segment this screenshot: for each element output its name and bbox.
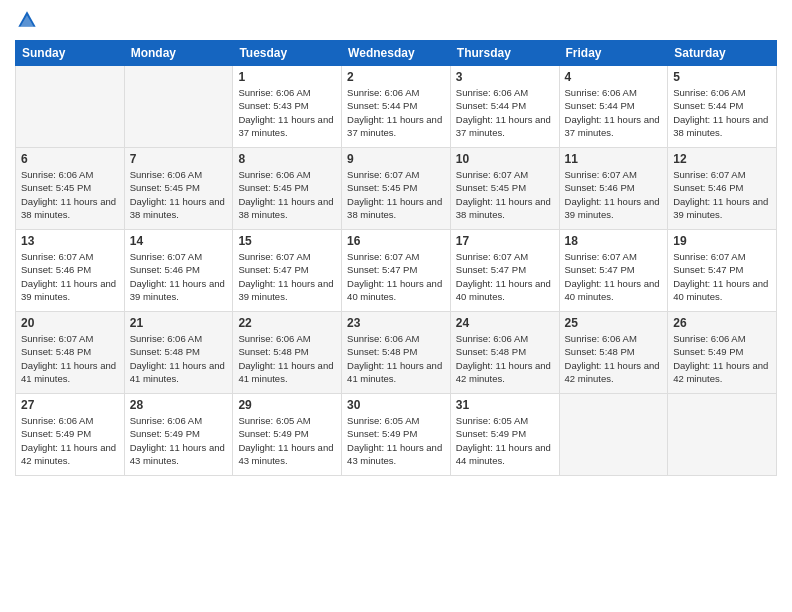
calendar-cell: 3Sunrise: 6:06 AM Sunset: 5:44 PM Daylig…: [450, 66, 559, 148]
day-number: 12: [673, 152, 771, 166]
calendar-cell: 4Sunrise: 6:06 AM Sunset: 5:44 PM Daylig…: [559, 66, 668, 148]
day-content: Sunrise: 6:06 AM Sunset: 5:44 PM Dayligh…: [673, 86, 771, 139]
calendar-cell: 12Sunrise: 6:07 AM Sunset: 5:46 PM Dayli…: [668, 148, 777, 230]
day-content: Sunrise: 6:07 AM Sunset: 5:48 PM Dayligh…: [21, 332, 119, 385]
calendar-cell: 19Sunrise: 6:07 AM Sunset: 5:47 PM Dayli…: [668, 230, 777, 312]
calendar-cell: [559, 394, 668, 476]
calendar-cell: 25Sunrise: 6:06 AM Sunset: 5:48 PM Dayli…: [559, 312, 668, 394]
day-content: Sunrise: 6:07 AM Sunset: 5:47 PM Dayligh…: [456, 250, 554, 303]
calendar-cell: 29Sunrise: 6:05 AM Sunset: 5:49 PM Dayli…: [233, 394, 342, 476]
calendar-week-row: 20Sunrise: 6:07 AM Sunset: 5:48 PM Dayli…: [16, 312, 777, 394]
day-number: 23: [347, 316, 445, 330]
calendar-header-row: SundayMondayTuesdayWednesdayThursdayFrid…: [16, 41, 777, 66]
calendar-cell: 24Sunrise: 6:06 AM Sunset: 5:48 PM Dayli…: [450, 312, 559, 394]
day-content: Sunrise: 6:07 AM Sunset: 5:46 PM Dayligh…: [565, 168, 663, 221]
day-content: Sunrise: 6:07 AM Sunset: 5:47 PM Dayligh…: [347, 250, 445, 303]
day-content: Sunrise: 6:05 AM Sunset: 5:49 PM Dayligh…: [347, 414, 445, 467]
calendar-cell: 11Sunrise: 6:07 AM Sunset: 5:46 PM Dayli…: [559, 148, 668, 230]
day-number: 8: [238, 152, 336, 166]
day-number: 13: [21, 234, 119, 248]
day-content: Sunrise: 6:07 AM Sunset: 5:47 PM Dayligh…: [565, 250, 663, 303]
day-content: Sunrise: 6:06 AM Sunset: 5:45 PM Dayligh…: [21, 168, 119, 221]
calendar-header-cell: Tuesday: [233, 41, 342, 66]
calendar-cell: [124, 66, 233, 148]
day-number: 2: [347, 70, 445, 84]
calendar-week-row: 13Sunrise: 6:07 AM Sunset: 5:46 PM Dayli…: [16, 230, 777, 312]
calendar-cell: 20Sunrise: 6:07 AM Sunset: 5:48 PM Dayli…: [16, 312, 125, 394]
day-number: 21: [130, 316, 228, 330]
day-number: 5: [673, 70, 771, 84]
day-content: Sunrise: 6:06 AM Sunset: 5:48 PM Dayligh…: [238, 332, 336, 385]
day-number: 3: [456, 70, 554, 84]
day-content: Sunrise: 6:07 AM Sunset: 5:46 PM Dayligh…: [130, 250, 228, 303]
day-content: Sunrise: 6:07 AM Sunset: 5:46 PM Dayligh…: [21, 250, 119, 303]
calendar-cell: 1Sunrise: 6:06 AM Sunset: 5:43 PM Daylig…: [233, 66, 342, 148]
day-content: Sunrise: 6:06 AM Sunset: 5:45 PM Dayligh…: [130, 168, 228, 221]
calendar-cell: 27Sunrise: 6:06 AM Sunset: 5:49 PM Dayli…: [16, 394, 125, 476]
calendar-cell: [16, 66, 125, 148]
calendar-cell: 23Sunrise: 6:06 AM Sunset: 5:48 PM Dayli…: [342, 312, 451, 394]
calendar-cell: 17Sunrise: 6:07 AM Sunset: 5:47 PM Dayli…: [450, 230, 559, 312]
day-number: 6: [21, 152, 119, 166]
calendar-cell: [668, 394, 777, 476]
calendar-header-cell: Monday: [124, 41, 233, 66]
day-number: 17: [456, 234, 554, 248]
day-number: 24: [456, 316, 554, 330]
calendar-cell: 26Sunrise: 6:06 AM Sunset: 5:49 PM Dayli…: [668, 312, 777, 394]
day-number: 22: [238, 316, 336, 330]
calendar-header-cell: Friday: [559, 41, 668, 66]
calendar-cell: 16Sunrise: 6:07 AM Sunset: 5:47 PM Dayli…: [342, 230, 451, 312]
calendar-cell: 7Sunrise: 6:06 AM Sunset: 5:45 PM Daylig…: [124, 148, 233, 230]
calendar-cell: 30Sunrise: 6:05 AM Sunset: 5:49 PM Dayli…: [342, 394, 451, 476]
day-content: Sunrise: 6:06 AM Sunset: 5:48 PM Dayligh…: [456, 332, 554, 385]
calendar-header-cell: Wednesday: [342, 41, 451, 66]
day-content: Sunrise: 6:06 AM Sunset: 5:44 PM Dayligh…: [456, 86, 554, 139]
day-content: Sunrise: 6:07 AM Sunset: 5:47 PM Dayligh…: [673, 250, 771, 303]
calendar-header-cell: Saturday: [668, 41, 777, 66]
day-content: Sunrise: 6:07 AM Sunset: 5:45 PM Dayligh…: [347, 168, 445, 221]
calendar-cell: 15Sunrise: 6:07 AM Sunset: 5:47 PM Dayli…: [233, 230, 342, 312]
day-number: 7: [130, 152, 228, 166]
calendar-body: 1Sunrise: 6:06 AM Sunset: 5:43 PM Daylig…: [16, 66, 777, 476]
day-content: Sunrise: 6:06 AM Sunset: 5:49 PM Dayligh…: [21, 414, 119, 467]
calendar-cell: 21Sunrise: 6:06 AM Sunset: 5:48 PM Dayli…: [124, 312, 233, 394]
day-content: Sunrise: 6:05 AM Sunset: 5:49 PM Dayligh…: [456, 414, 554, 467]
day-content: Sunrise: 6:06 AM Sunset: 5:48 PM Dayligh…: [347, 332, 445, 385]
day-number: 27: [21, 398, 119, 412]
header: [15, 10, 777, 32]
day-number: 1: [238, 70, 336, 84]
day-number: 30: [347, 398, 445, 412]
calendar-cell: 5Sunrise: 6:06 AM Sunset: 5:44 PM Daylig…: [668, 66, 777, 148]
day-number: 16: [347, 234, 445, 248]
day-number: 31: [456, 398, 554, 412]
day-number: 4: [565, 70, 663, 84]
calendar-cell: 28Sunrise: 6:06 AM Sunset: 5:49 PM Dayli…: [124, 394, 233, 476]
day-number: 29: [238, 398, 336, 412]
day-content: Sunrise: 6:05 AM Sunset: 5:49 PM Dayligh…: [238, 414, 336, 467]
calendar-week-row: 27Sunrise: 6:06 AM Sunset: 5:49 PM Dayli…: [16, 394, 777, 476]
day-number: 11: [565, 152, 663, 166]
calendar-cell: 10Sunrise: 6:07 AM Sunset: 5:45 PM Dayli…: [450, 148, 559, 230]
calendar-table: SundayMondayTuesdayWednesdayThursdayFrid…: [15, 40, 777, 476]
calendar-cell: 18Sunrise: 6:07 AM Sunset: 5:47 PM Dayli…: [559, 230, 668, 312]
calendar-cell: 8Sunrise: 6:06 AM Sunset: 5:45 PM Daylig…: [233, 148, 342, 230]
day-content: Sunrise: 6:07 AM Sunset: 5:47 PM Dayligh…: [238, 250, 336, 303]
calendar-cell: 14Sunrise: 6:07 AM Sunset: 5:46 PM Dayli…: [124, 230, 233, 312]
day-content: Sunrise: 6:06 AM Sunset: 5:43 PM Dayligh…: [238, 86, 336, 139]
calendar-week-row: 6Sunrise: 6:06 AM Sunset: 5:45 PM Daylig…: [16, 148, 777, 230]
calendar-header-cell: Sunday: [16, 41, 125, 66]
day-number: 18: [565, 234, 663, 248]
calendar-cell: 22Sunrise: 6:06 AM Sunset: 5:48 PM Dayli…: [233, 312, 342, 394]
day-content: Sunrise: 6:06 AM Sunset: 5:44 PM Dayligh…: [347, 86, 445, 139]
calendar-cell: 9Sunrise: 6:07 AM Sunset: 5:45 PM Daylig…: [342, 148, 451, 230]
day-content: Sunrise: 6:06 AM Sunset: 5:48 PM Dayligh…: [130, 332, 228, 385]
day-content: Sunrise: 6:06 AM Sunset: 5:45 PM Dayligh…: [238, 168, 336, 221]
day-number: 25: [565, 316, 663, 330]
day-number: 20: [21, 316, 119, 330]
calendar-cell: 31Sunrise: 6:05 AM Sunset: 5:49 PM Dayli…: [450, 394, 559, 476]
day-number: 26: [673, 316, 771, 330]
calendar-week-row: 1Sunrise: 6:06 AM Sunset: 5:43 PM Daylig…: [16, 66, 777, 148]
logo: [15, 10, 37, 32]
day-content: Sunrise: 6:07 AM Sunset: 5:45 PM Dayligh…: [456, 168, 554, 221]
day-content: Sunrise: 6:06 AM Sunset: 5:48 PM Dayligh…: [565, 332, 663, 385]
